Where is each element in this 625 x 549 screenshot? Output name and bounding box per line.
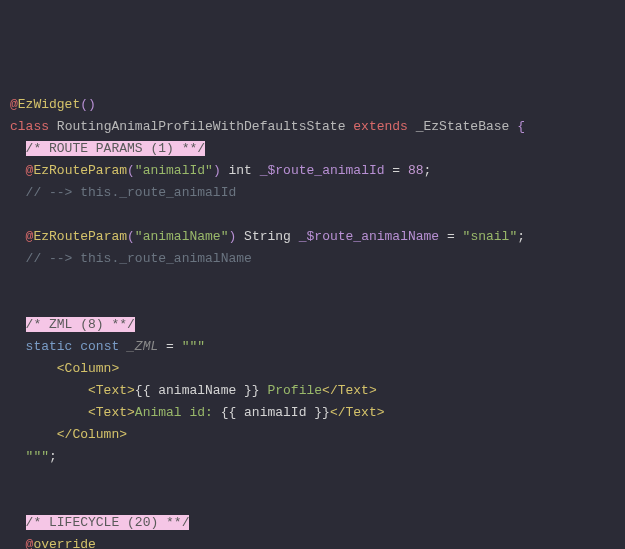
zml-text1: <Text>{{ animalName }} Profile</Text> xyxy=(10,383,377,398)
section-zml: /* ZML (8) **/ xyxy=(26,317,135,332)
line-zml-decl: static const _ZML = """ xyxy=(26,339,205,354)
line-route-param-1: @EzRouteParam("animalId") int _$route_an… xyxy=(26,163,432,178)
zml-col-open: <Column> xyxy=(10,361,119,376)
zml-col-close: </Column> xyxy=(10,427,127,442)
section-route-params: /* ROUTE PARAMS (1) **/ xyxy=(26,141,205,156)
comment-rp1: // --> this._route_animalId xyxy=(26,185,237,200)
zml-end: """; xyxy=(10,449,57,464)
line-override: @override xyxy=(26,537,96,549)
code-block: @EzWidget() class RoutingAnimalProfileWi… xyxy=(10,94,615,549)
zml-text2: <Text>Animal id: {{ animalId }}</Text> xyxy=(10,405,384,420)
section-lifecycle: /* LIFECYCLE (20) **/ xyxy=(26,515,190,530)
line-annotation: @EzWidget() xyxy=(10,97,96,112)
line-route-param-2: @EzRouteParam("animalName") String _$rou… xyxy=(26,229,525,244)
line-class-decl: class RoutingAnimalProfileWithDefaultsSt… xyxy=(10,119,525,134)
comment-rp2: // --> this._route_animalName xyxy=(26,251,252,266)
